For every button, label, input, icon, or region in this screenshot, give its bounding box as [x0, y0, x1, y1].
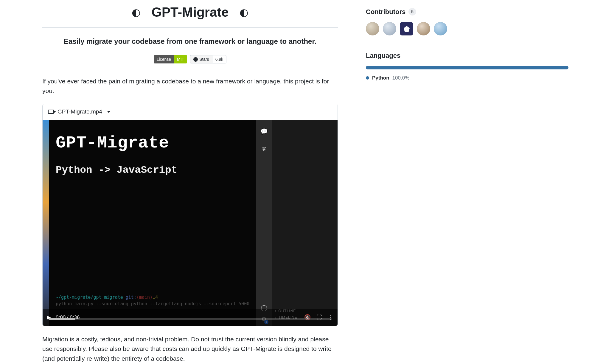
avatar[interactable]: [383, 22, 396, 35]
video-controls: ▶ 0:00 / 0:36 🔇 ⛶ ⋮: [43, 309, 338, 326]
avatar[interactable]: [366, 22, 379, 35]
video-filename: GPT-Migrate.mp4: [57, 108, 102, 116]
mute-icon[interactable]: 🔇: [304, 313, 311, 321]
contributors-section: Contributors 5: [366, 0, 568, 44]
leaf-icon[interactable]: ❦: [262, 145, 267, 154]
contrast-icon: ◐: [132, 7, 141, 17]
readme-title-row: ◐ GPT-Migrate ◐: [42, 0, 338, 28]
disclaimer-paragraph: Migration is a costly, tedious, and non-…: [42, 335, 338, 364]
license-badge-label: License: [154, 55, 174, 63]
license-badge-value: MIT: [174, 55, 187, 63]
github-icon: [193, 57, 198, 62]
contributor-avatars: [366, 22, 568, 35]
video-left-stripe: [43, 120, 49, 326]
language-percent: 100.0%: [392, 74, 410, 82]
video-icon: [48, 110, 54, 114]
video-time: 0:00 / 0:36: [56, 314, 80, 321]
contrast-icon: ◐: [240, 7, 248, 17]
more-icon[interactable]: ⋮: [328, 313, 333, 321]
language-bar: [366, 66, 568, 69]
intro-paragraph: If you've ever faced the pain of migrati…: [42, 77, 338, 95]
stars-badge-label: Stars: [190, 55, 212, 63]
comment-icon[interactable]: 💬: [260, 127, 268, 136]
license-badge[interactable]: License MIT: [154, 55, 187, 63]
video-body[interactable]: GPT-Migrate Python -> JavaScript ~/gpt-m…: [43, 120, 338, 326]
avatar[interactable]: [400, 22, 413, 35]
video-overlay-text: GPT-Migrate Python -> JavaScript: [49, 120, 256, 178]
stars-badge-value: 6.9k: [212, 55, 226, 63]
chevron-down-icon: [107, 111, 111, 113]
languages-section: Languages Python 100.0%: [366, 44, 568, 90]
languages-heading: Languages: [366, 51, 568, 60]
video-progress-bar[interactable]: [49, 318, 332, 320]
avatar[interactable]: [417, 22, 430, 35]
contributors-count: 5: [408, 8, 416, 15]
video-overlay-subtitle: Python -> JavaScript: [56, 163, 256, 178]
video-card: GPT-Migrate.mp4 GPT-Migrate Python -> Ja…: [42, 104, 338, 326]
readme-main: ◐ GPT-Migrate ◐ Easily migrate your code…: [32, 0, 348, 364]
language-name: Python: [372, 74, 389, 82]
video-progress-fill: [49, 318, 75, 320]
language-dot: [366, 76, 369, 80]
contributors-heading[interactable]: Contributors 5: [366, 7, 568, 17]
project-title: GPT-Migrate: [151, 2, 229, 22]
play-icon[interactable]: ▶: [47, 313, 51, 321]
stars-badge[interactable]: Stars 6.9k: [190, 55, 226, 63]
video-overlay-title: GPT-Migrate: [56, 130, 256, 155]
video-header[interactable]: GPT-Migrate.mp4: [43, 104, 338, 120]
language-line[interactable]: Python 100.0%: [366, 74, 568, 82]
repo-sidebar: Contributors 5 Languages Python 100.0%: [366, 0, 568, 364]
avatar[interactable]: [434, 22, 447, 35]
video-activity-bar: 💬 ❦ ◯ ⚙ 1: [256, 120, 272, 326]
project-subtitle: Easily migrate your codebase from one fr…: [32, 36, 348, 47]
video-terminal-text: ~/gpt-migrate/gpt_migrate git:(main)±4 p…: [56, 294, 249, 307]
badge-row: License MIT Stars 6.9k: [32, 55, 348, 63]
video-side-panel: OUTLINE TIMELINE: [272, 120, 338, 326]
video-main-area: GPT-Migrate Python -> JavaScript ~/gpt-m…: [49, 120, 256, 326]
fullscreen-icon[interactable]: ⛶: [317, 313, 322, 321]
